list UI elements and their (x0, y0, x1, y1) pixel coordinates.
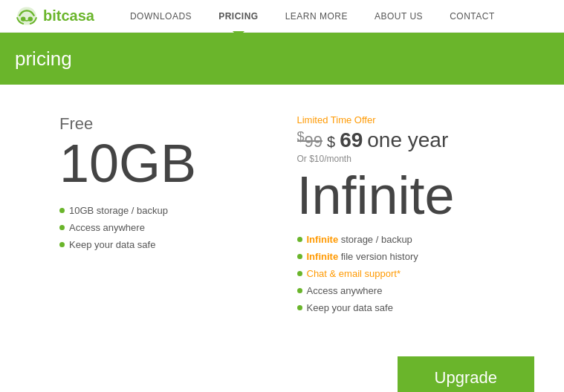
nav-about-us[interactable]: ABOUT US (361, 0, 436, 33)
infinite-label-2: Infinite (307, 251, 339, 262)
upgrade-button[interactable]: Upgrade (398, 356, 534, 392)
limited-offer-label: Limited Time Offer (297, 114, 535, 125)
infinite-feature-history: Infinite file version history (297, 251, 535, 262)
bullet-icon (59, 225, 65, 230)
price-period: one year (367, 128, 448, 152)
logo[interactable]: bitcasa (15, 6, 94, 27)
free-plan-size: 10GB (59, 137, 260, 190)
new-price: 69 (340, 128, 363, 152)
monthly-alt: Or $10/month (297, 154, 535, 164)
infinite-label-1: Infinite (307, 234, 339, 245)
bullet-icon (297, 254, 302, 259)
free-plan: Free 10GB 10GB storage / backup Access a… (15, 107, 282, 327)
bullet-icon (59, 208, 65, 213)
chat-support-label: Chat & email support* (307, 268, 401, 279)
upgrade-section: Upgrade (0, 356, 564, 392)
new-dollar: $ (327, 134, 335, 151)
infinite-feature-access: Access anywhere (297, 285, 535, 296)
pricing-line: $99 $69 one year (297, 128, 535, 152)
free-features-list: 10GB storage / backup Access anywhere Ke… (59, 205, 260, 250)
bullet-icon (297, 271, 302, 276)
infinite-feature-safe: Keep your data safe (297, 302, 535, 313)
pricing-page-title: pricing (15, 48, 72, 71)
old-dollar-sign: $ (297, 129, 305, 144)
pricing-banner: pricing (0, 33, 564, 85)
plans-container: Free 10GB 10GB storage / backup Access a… (0, 85, 564, 356)
infinite-feature-storage: Infinite storage / backup (297, 234, 535, 245)
header: bitcasa DOWNLOADS PRICING LEARN MORE ABO… (0, 0, 564, 33)
free-feature-1: 10GB storage / backup (59, 205, 260, 216)
nav-downloads[interactable]: DOWNLOADS (117, 0, 205, 33)
bullet-icon (297, 288, 302, 293)
infinite-feature-chat: Chat & email support* (297, 268, 535, 279)
nav-pricing[interactable]: PRICING (205, 0, 272, 33)
bullet-icon (59, 242, 65, 247)
free-feature-3: Keep your data safe (59, 239, 260, 250)
free-plan-label: Free (59, 114, 260, 134)
nav-learn-more[interactable]: LEARN MORE (272, 0, 361, 33)
main-nav: DOWNLOADS PRICING LEARN MORE ABOUT US CO… (117, 0, 508, 33)
free-feature-2: Access anywhere (59, 222, 260, 233)
infinite-features-list: Infinite storage / backup Infinite file … (297, 234, 535, 313)
bullet-icon (297, 237, 302, 242)
old-price: $99 (297, 129, 323, 151)
bullet-icon (297, 305, 302, 310)
nav-contact[interactable]: CONTACT (436, 0, 508, 33)
infinite-plan-name: Infinite (297, 169, 535, 222)
bitcasa-logo-icon (15, 6, 39, 27)
logo-text: bitcasa (43, 7, 94, 24)
infinite-plan: Limited Time Offer $99 $69 one year Or $… (282, 107, 550, 327)
